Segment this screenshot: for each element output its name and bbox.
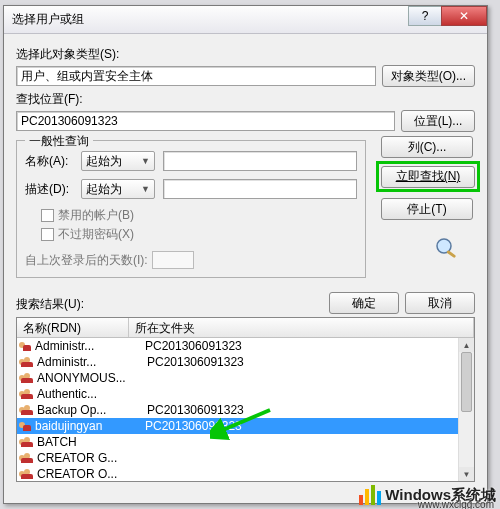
table-row[interactable]: Administr...PC201306091323 (17, 338, 474, 354)
results-body[interactable]: Administr...PC201306091323Administr...PC… (17, 338, 474, 481)
scroll-thumb[interactable] (461, 352, 472, 412)
name-match-value: 起始为 (86, 153, 122, 170)
results-listview[interactable]: 名称(RDN) 所在文件夹 Administr...PC201306091323… (16, 317, 475, 482)
non-expiring-password-label: 不过期密码(X) (58, 226, 134, 243)
object-types-button[interactable]: 对象类型(O)... (382, 65, 475, 87)
last-logon-label: 自上次登录后的天数(I): (25, 252, 148, 269)
table-row[interactable]: Backup Op...PC201306091323 (17, 402, 474, 418)
table-row[interactable]: CREATOR O... (17, 466, 474, 481)
scroll-up-arrow[interactable]: ▲ (459, 338, 474, 352)
name-input[interactable] (163, 151, 357, 171)
row-folder: PC201306091323 (147, 403, 244, 417)
group-icon (19, 452, 35, 464)
group-icon (19, 388, 35, 400)
common-queries-group: 一般性查询 名称(A): 起始为 ▼ 描述(D): 起始为 ▼ 禁用的帐户( (16, 140, 366, 278)
disabled-accounts-checkbox[interactable] (41, 209, 54, 222)
name-label: 名称(A): (25, 153, 81, 170)
user-icon (19, 420, 33, 432)
table-row[interactable]: BATCH (17, 434, 474, 450)
title-bar[interactable]: 选择用户或组 ? ✕ (4, 6, 487, 34)
window-title: 选择用户或组 (12, 11, 84, 28)
scroll-down-arrow[interactable]: ▼ (459, 467, 474, 481)
window-buttons: ? ✕ (409, 6, 487, 26)
object-type-label: 选择此对象类型(S): (16, 46, 475, 63)
table-row[interactable]: Administr...PC201306091323 (17, 354, 474, 370)
group-icon (19, 404, 35, 416)
group-icon (19, 356, 35, 368)
help-button[interactable]: ? (408, 6, 442, 26)
search-results-label: 搜索结果(U): (16, 296, 84, 313)
column-name-header[interactable]: 名称(RDN) (17, 318, 129, 337)
row-name: CREATOR G... (37, 451, 147, 465)
group-icon (19, 372, 35, 384)
ok-button[interactable]: 确定 (329, 292, 399, 314)
non-expiring-password-checkbox[interactable] (41, 228, 54, 241)
common-queries-legend: 一般性查询 (25, 133, 93, 150)
table-row[interactable]: Authentic... (17, 386, 474, 402)
locations-button[interactable]: 位置(L)... (401, 110, 475, 132)
results-area: 搜索结果(U): 确定 取消 名称(RDN) 所在文件夹 Administr..… (16, 296, 475, 495)
row-name: Administr... (35, 339, 145, 353)
group-icon (19, 468, 35, 480)
close-button[interactable]: ✕ (441, 6, 487, 26)
row-name: Backup Op... (37, 403, 147, 417)
cancel-button[interactable]: 取消 (405, 292, 475, 314)
group-icon (19, 436, 35, 448)
vertical-scrollbar[interactable]: ▲ ▼ (458, 338, 474, 481)
dialog-window: 选择用户或组 ? ✕ 选择此对象类型(S): 用户、组或内置安全主体 对象类型(… (3, 5, 488, 504)
description-input[interactable] (163, 179, 357, 199)
description-match-value: 起始为 (86, 181, 122, 198)
row-name: ANONYMOUS... (37, 371, 147, 385)
description-match-combo[interactable]: 起始为 ▼ (81, 179, 155, 199)
chevron-down-icon: ▼ (141, 184, 150, 194)
row-folder: PC201306091323 (145, 339, 242, 353)
object-type-field[interactable]: 用户、组或内置安全主体 (16, 66, 376, 86)
search-icon (433, 236, 463, 258)
disabled-accounts-label: 禁用的帐户(B) (58, 207, 134, 224)
location-label: 查找位置(F): (16, 91, 475, 108)
find-now-highlight: 立即查找(N) (376, 161, 480, 192)
columns-button[interactable]: 列(C)... (381, 136, 473, 158)
row-folder: PC201306091323 (147, 355, 244, 369)
table-row[interactable]: CREATOR G... (17, 450, 474, 466)
row-folder: PC201306091323 (145, 419, 242, 433)
watermark-url: www.wxclgg.com (418, 499, 494, 509)
row-name: Authentic... (37, 387, 147, 401)
row-name: baidujingyan (35, 419, 145, 433)
column-folder-header[interactable]: 所在文件夹 (129, 318, 474, 337)
row-name: BATCH (37, 435, 147, 449)
table-row[interactable]: ANONYMOUS... (17, 370, 474, 386)
row-name: Administr... (37, 355, 147, 369)
find-now-button[interactable]: 立即查找(N) (381, 166, 475, 188)
results-header[interactable]: 名称(RDN) 所在文件夹 (17, 318, 474, 338)
location-field[interactable]: PC201306091323 (16, 111, 395, 131)
name-match-combo[interactable]: 起始为 ▼ (81, 151, 155, 171)
row-name: CREATOR O... (37, 467, 147, 481)
windows-logo-icon (359, 485, 381, 505)
table-row[interactable]: baidujingyanPC201306091323 (17, 418, 474, 434)
svg-rect-1 (446, 250, 456, 258)
user-icon (19, 340, 33, 352)
last-logon-days-spinner[interactable] (152, 251, 194, 269)
description-label: 描述(D): (25, 181, 81, 198)
chevron-down-icon: ▼ (141, 156, 150, 166)
stop-button[interactable]: 停止(T) (381, 198, 473, 220)
